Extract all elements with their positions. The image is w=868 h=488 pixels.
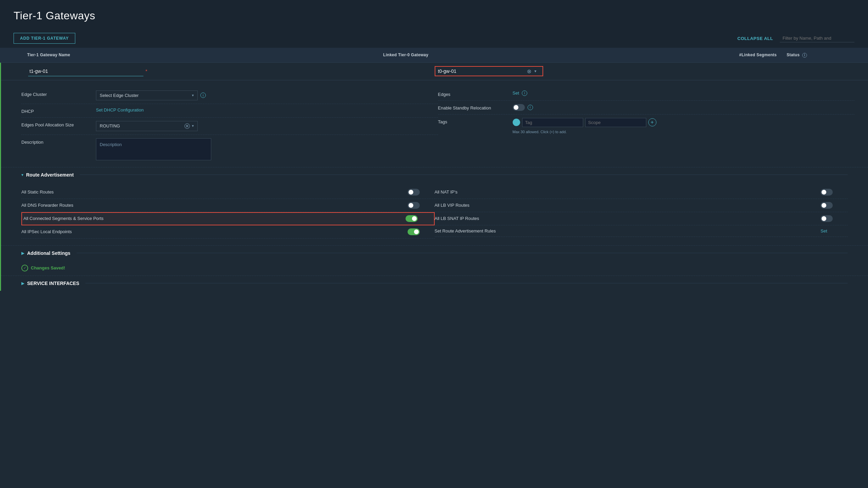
edges-pool-select-text: ROUTING [100,123,120,128]
edges-pool-select[interactable]: ROUTING ✕ ▾ [96,121,198,131]
row-header: * ⊗ ▾ [1,63,868,80]
route-static-routes-toggle[interactable] [408,189,420,196]
col-linked-header: Linked Tier-0 Gateway [383,53,739,58]
route-dns-forwarder-label: All DNS Forwarder Routes [21,203,408,208]
toolbar-right: COLLAPSE ALL [737,34,854,42]
check-mark-icon: ✓ [23,266,26,270]
changes-saved-text: Changes Saved! [31,265,65,270]
detail-right: Edges Set i Enable Standby Relocation i [438,87,855,164]
route-advertisement-rules-row: Set Route Advertisement Rules Set [435,225,848,237]
edges-field: Edges Set i [438,87,855,101]
edge-cluster-select[interactable]: Select Edge Cluster ▾ [96,90,198,100]
edge-cluster-arrow-icon: ▾ [192,93,194,98]
tags-label: Tags [438,118,513,124]
edges-label: Edges [438,90,513,97]
route-advertisement-title: Route Advertisement [26,172,74,178]
route-connected-segments-toggle-wrapper [406,215,433,222]
clear-linked-icon[interactable]: ⊗ [526,68,532,74]
route-advertisement-rules-value: Set [821,228,848,233]
standby-relocation-value: i [513,104,855,111]
edge-cluster-info-icon[interactable]: i [200,93,206,98]
edges-pool-value: ROUTING ✕ ▾ [96,121,438,131]
route-advertisement-section-header[interactable]: ▾ Route Advertisement [1,167,868,182]
route-static-routes-slider [408,189,420,196]
edges-set-link[interactable]: Set [513,90,519,96]
linked-dropdown-arrow-icon[interactable]: ▾ [534,69,536,74]
description-textarea[interactable] [96,138,211,160]
gateway-row: * ⊗ ▾ Edge Cluster Select Edge Cluster [0,63,868,291]
standby-relocation-toggle[interactable] [513,104,525,111]
standby-relocation-slider [513,104,525,111]
route-ipsec-endpoints-label: All IPSec Local Endpoints [21,229,408,234]
standby-relocation-field: Enable Standby Relocation i [438,101,855,115]
route-dns-forwarder-slider [408,202,420,209]
route-lb-snat-slider [821,215,833,222]
route-lb-snat-label: All LB SNAT IP Routes [435,216,821,221]
additional-settings-title: Additional Settings [27,250,71,256]
route-lb-snat-toggle[interactable] [821,215,833,222]
route-nat-ips-row: All NAT IP's [435,186,848,199]
dhcp-label: DHCP [21,107,96,114]
additional-settings-section[interactable]: ▶ Additional Settings [1,245,868,261]
filter-input[interactable] [780,34,854,42]
tag-color-dot [513,119,520,126]
route-left: All Static Routes All DNS Forwarder Rout… [21,186,435,239]
edge-cluster-value: Select Edge Cluster ▾ i [96,90,438,100]
route-connected-segments-label: All Connected Segments & Service Ports [23,216,406,221]
collapse-all-button[interactable]: COLLAPSE ALL [737,36,773,41]
route-ipsec-endpoints-toggle[interactable] [408,228,420,235]
gateway-name-cell: * [15,66,435,76]
dhcp-action-link[interactable]: Set DHCP Configuration [96,107,144,113]
edge-cluster-field: Edge Cluster Select Edge Cluster ▾ i [21,87,438,104]
service-interfaces-title: SERVICE INTERFACES [27,281,79,286]
route-static-routes-toggle-wrapper [408,189,435,196]
gateway-name-input[interactable] [28,66,143,76]
status-info-icon[interactable]: i [802,53,807,58]
tag-input[interactable] [522,118,583,127]
route-advertisement-chevron-icon: ▾ [21,172,23,177]
scope-input[interactable] [585,118,646,127]
route-connected-segments-row: All Connected Segments & Service Ports [21,212,435,225]
service-interfaces-section[interactable]: ▶ SERVICE INTERFACES [1,276,868,291]
check-circle-icon: ✓ [21,265,28,271]
routing-arrow-icon: ▾ [192,124,194,128]
edge-cluster-select-text: Select Edge Cluster [100,93,139,98]
col-name-header: Tier-1 Gateway Name [27,53,383,58]
route-lb-vip-toggle[interactable] [821,202,833,209]
edges-info-icon[interactable]: i [522,90,527,96]
route-lb-vip-toggle-wrapper [821,202,848,209]
route-advertisement-rules-link[interactable]: Set [821,228,827,233]
changes-saved-row: ✓ Changes Saved! [1,261,868,276]
route-nat-ips-toggle[interactable] [821,189,833,196]
route-static-routes-row: All Static Routes [21,186,435,199]
route-nat-ips-slider [821,189,833,196]
route-lb-vip-row: All LB VIP Routes [435,199,848,212]
route-lb-snat-row: All LB SNAT IP Routes [435,212,848,225]
add-tier1-gateway-button[interactable]: ADD TIER-1 GATEWAY [14,33,75,44]
detail-left: Edge Cluster Select Edge Cluster ▾ i DHC… [21,87,438,164]
standby-relocation-info-icon[interactable]: i [528,105,533,110]
tags-input-row: + [513,118,656,127]
edges-pool-field: Edges Pool Allocation Size ROUTING ✕ ▾ [21,118,438,135]
table-header: Tier-1 Gateway Name Linked Tier-0 Gatewa… [0,48,868,63]
additional-settings-chevron-icon: ▶ [21,251,24,256]
routing-actions: ✕ ▾ [184,123,194,129]
routing-clear-icon[interactable]: ✕ [184,123,190,129]
route-nat-ips-toggle-wrapper [821,189,848,196]
linked-gateway-cell: ⊗ ▾ [435,66,855,76]
route-advertisement-rules-label: Set Route Advertisement Rules [435,228,821,233]
col-status-header: Status i [787,53,854,58]
route-ipsec-endpoints-slider [408,228,420,235]
service-interfaces-divider [85,283,848,283]
route-lb-vip-slider [821,202,833,209]
route-connected-segments-toggle[interactable] [406,215,418,222]
route-dns-forwarder-toggle[interactable] [408,202,420,209]
description-value [96,138,438,160]
linked-gateway-input[interactable] [438,68,526,74]
edges-pool-label: Edges Pool Allocation Size [21,121,96,127]
route-dns-forwarder-row: All DNS Forwarder Routes [21,199,435,212]
additional-settings-divider [77,253,848,253]
description-label: Description [21,138,96,145]
add-tag-button[interactable]: + [648,118,656,126]
standby-relocation-label: Enable Standby Relocation [438,104,513,110]
